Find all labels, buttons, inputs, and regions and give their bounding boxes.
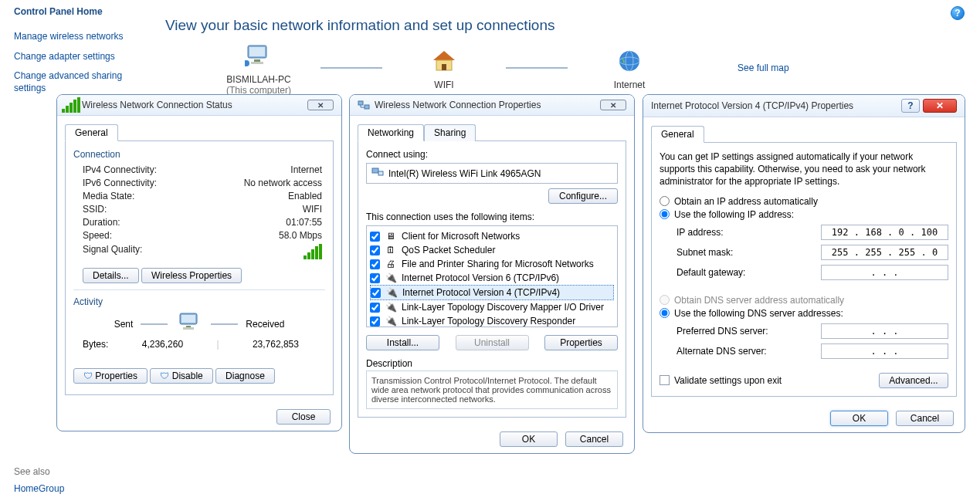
svg-rect-2 — [254, 59, 260, 62]
ip-address-input[interactable]: 192 . 168 . 0 . 100 — [821, 225, 948, 240]
page-title: View your basic network information and … — [165, 17, 554, 34]
list-item[interactable]: 🖨File and Printer Sharing for Microsoft … — [370, 257, 614, 271]
validate-checkbox[interactable] — [660, 375, 670, 385]
sidebar-link-manage-wireless[interactable]: Manage wireless networks — [14, 31, 149, 43]
item-label: QoS Packet Scheduler — [402, 245, 495, 255]
list-item[interactable]: 🔌Link-Layer Topology Discovery Mapper I/… — [370, 300, 614, 314]
radio-obtain-dns-auto — [660, 295, 670, 305]
svg-point-8 — [619, 51, 639, 71]
tab-general[interactable]: General — [65, 124, 118, 141]
protocol-icon: 🔌 — [385, 272, 397, 284]
section-activity: Activity — [73, 296, 325, 307]
cancel-button[interactable]: Cancel — [565, 431, 623, 447]
install-button[interactable]: Install... — [366, 335, 439, 350]
radio-use-following-ip[interactable] — [660, 209, 670, 219]
close-button[interactable]: ✕ — [923, 99, 957, 113]
media-value: Enabled — [288, 191, 322, 201]
sidebar-link-homegroup[interactable]: HomeGroup — [14, 483, 64, 494]
bytes-label: Bytes: — [83, 339, 108, 350]
item-checkbox[interactable] — [370, 259, 380, 269]
client-icon: 🖥 — [385, 230, 397, 242]
component-properties-button[interactable]: Properties — [544, 335, 618, 350]
diagnose-button[interactable]: Diagnose — [215, 368, 275, 384]
radio-obtain-ip-auto[interactable] — [660, 196, 670, 206]
description-text: Transmission Control Protocol/Internet P… — [366, 370, 618, 409]
window-title: Internet Protocol Version 4 (TCP/IPv4) P… — [651, 100, 901, 111]
map-node-pc: BISMILLAH-PC (This computer) — [209, 40, 309, 96]
radio-use-following-dns[interactable] — [660, 308, 670, 318]
house-icon — [429, 46, 459, 76]
close-button-bottom[interactable]: Close — [276, 409, 331, 425]
connect-using-label: Connect using: — [366, 149, 618, 160]
tab-general[interactable]: General — [651, 126, 704, 143]
blurb-text: You can get IP settings assigned automat… — [660, 151, 948, 188]
svg-rect-1 — [249, 47, 265, 56]
list-item-selected[interactable]: 🔌Internet Protocol Version 4 (TCP/IPv4) — [370, 285, 614, 300]
list-item[interactable]: 🔌Internet Protocol Version 6 (TCP/IPv6) — [370, 271, 614, 285]
window-connection-status: Wireless Network Connection Status ✕ Gen… — [56, 94, 342, 431]
media-label: Media State: — [83, 191, 134, 201]
default-gateway-input[interactable]: . . . — [821, 265, 948, 280]
list-item[interactable]: 🗓QoS Packet Scheduler — [370, 243, 614, 257]
item-label: File and Printer Sharing for Microsoft N… — [402, 259, 594, 269]
svg-rect-3 — [251, 62, 263, 64]
ssid-label: SSID: — [83, 204, 107, 215]
item-label: Link-Layer Topology Discovery Mapper I/O… — [402, 302, 604, 313]
ok-button[interactable]: OK — [500, 431, 558, 447]
disable-button[interactable]: 🛡 Disable — [150, 368, 212, 384]
components-list[interactable]: 🖥Client for Microsoft Networks 🗓QoS Pack… — [366, 225, 618, 327]
item-checkbox[interactable] — [370, 316, 380, 327]
map-connection-line-2 — [506, 67, 568, 69]
network-icon — [358, 99, 370, 111]
description-label: Description — [366, 358, 618, 369]
tab-networking[interactable]: Networking — [358, 124, 424, 141]
subnet-mask-input[interactable]: 255 . 255 . 255 . 0 — [821, 245, 948, 260]
cancel-button[interactable]: Cancel — [896, 411, 954, 426]
see-full-map-link[interactable]: See full map — [738, 63, 789, 73]
configure-button[interactable]: Configure... — [548, 188, 618, 204]
item-checkbox[interactable] — [370, 273, 380, 283]
item-label: Internet Protocol Version 4 (TCP/IPv4) — [402, 287, 560, 298]
svg-rect-16 — [365, 105, 369, 109]
map-pc-name: BISMILLAH-PC — [209, 74, 309, 85]
sidebar-link-change-adapter[interactable]: Change adapter settings — [14, 51, 149, 63]
items-label: This connection uses the following items… — [366, 211, 618, 222]
signal-icon — [65, 99, 77, 111]
sidebar-link-advanced-sharing[interactable]: Change advanced sharing settings — [14, 70, 149, 94]
adapter-icon — [371, 167, 384, 180]
close-button[interactable]: ✕ — [600, 100, 626, 110]
item-checkbox[interactable] — [370, 245, 380, 255]
ok-button[interactable]: OK — [830, 411, 888, 426]
sent-label: Sent — [114, 319, 134, 330]
radio-label: Use the following DNS server addresses: — [674, 308, 843, 319]
details-button[interactable]: Details... — [83, 268, 139, 283]
preferred-dns-input[interactable]: . . . — [821, 323, 948, 339]
item-checkbox[interactable] — [371, 288, 381, 298]
properties-button[interactable]: 🛡 Properties — [73, 368, 148, 384]
sidebar-title: Control Panel Home — [14, 6, 149, 17]
close-button[interactable]: ✕ — [307, 100, 334, 110]
advanced-button[interactable]: Advanced... — [879, 373, 948, 388]
ip-address-label: IP address: — [677, 227, 723, 238]
window-title: Wireless Network Connection Properties — [375, 100, 600, 110]
svg-rect-17 — [372, 168, 378, 173]
alternate-dns-input[interactable]: . . . — [821, 343, 948, 359]
svg-rect-14 — [183, 327, 194, 330]
context-help-button[interactable]: ? — [901, 99, 920, 113]
map-internet-name: Internet — [579, 80, 680, 90]
protocol-icon: 🔌 — [385, 301, 397, 313]
wireless-properties-button[interactable]: Wireless Properties — [141, 268, 242, 283]
protocol-icon: 🔌 — [385, 286, 398, 299]
list-item[interactable]: 🖥Client for Microsoft Networks — [370, 229, 614, 243]
map-wifi-name: WIFI — [394, 80, 494, 90]
uninstall-button: Uninstall — [456, 335, 529, 350]
svg-rect-7 — [442, 64, 446, 70]
item-label: Internet Protocol Version 6 (TCP/IPv6) — [402, 272, 559, 283]
item-checkbox[interactable] — [370, 232, 380, 242]
item-checkbox[interactable] — [370, 303, 380, 313]
list-item[interactable]: 🔌Link-Layer Topology Discovery Responder — [370, 314, 614, 327]
signal-bars-icon — [303, 244, 322, 262]
tab-sharing[interactable]: Sharing — [424, 124, 476, 141]
svg-rect-12 — [181, 315, 195, 323]
help-icon[interactable]: ? — [951, 6, 965, 20]
